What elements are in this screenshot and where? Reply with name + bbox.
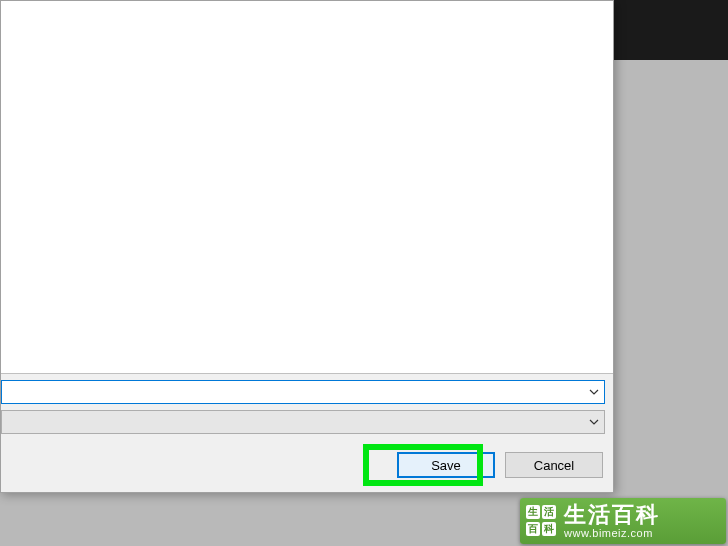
chevron-down-icon: [588, 416, 600, 428]
save-dialog: Save Cancel: [0, 0, 614, 493]
watermark-url: www.bimeiz.com: [564, 527, 660, 539]
watermark-title: 生活百科: [564, 503, 660, 527]
save-button[interactable]: Save: [397, 452, 495, 478]
watermark-logo: 生 活 百 科: [526, 505, 558, 537]
dialog-content-area: [1, 1, 613, 374]
cancel-button[interactable]: Cancel: [505, 452, 603, 478]
filetype-combobox[interactable]: [1, 410, 605, 434]
watermark-text: 生活百科 www.bimeiz.com: [564, 503, 660, 539]
chevron-down-icon: [588, 386, 600, 398]
dialog-fields-area: [1, 374, 613, 438]
filename-combobox[interactable]: [1, 380, 605, 404]
watermark: 生 活 百 科 生活百科 www.bimeiz.com: [520, 498, 726, 544]
dialog-button-row: Save Cancel: [1, 438, 613, 492]
